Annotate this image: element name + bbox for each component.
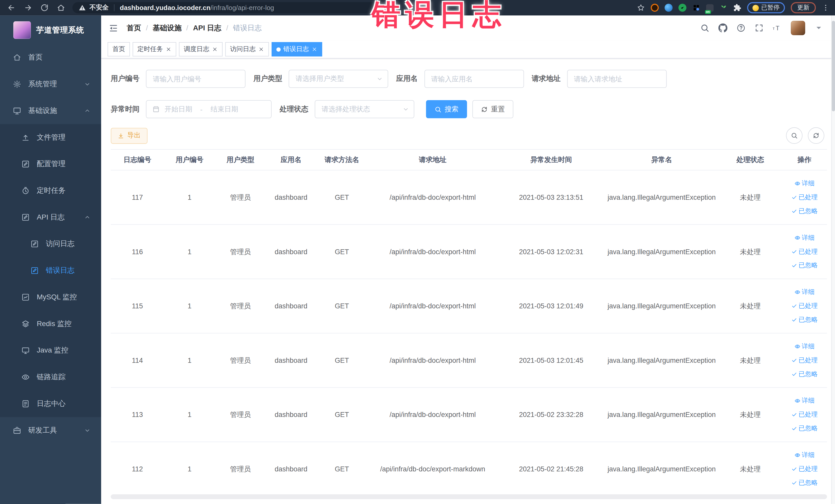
scrollbar-thumb[interactable] (832, 21, 835, 112)
ignored-link[interactable]: 已忽略 (791, 370, 818, 379)
close-icon[interactable] (312, 46, 318, 52)
export-button[interactable]: 导出 (111, 127, 148, 143)
cell-time: 2021-05-02 21:45:28 (498, 442, 605, 496)
address-divider (114, 4, 115, 11)
browser-menu-dots-icon[interactable] (822, 4, 830, 12)
detail-link[interactable]: 详细 (794, 397, 814, 405)
detail-link[interactable]: 详细 (794, 234, 814, 242)
processed-link[interactable]: 已处理 (791, 356, 818, 365)
home-icon[interactable] (57, 4, 65, 12)
sidebar-item-system-management[interactable]: 系统管理 (0, 71, 101, 98)
security-label[interactable]: 不安全 (89, 3, 109, 12)
search-icon[interactable] (700, 23, 709, 32)
chevron-up-icon (84, 214, 90, 221)
date-range-picker[interactable]: 开始日期 - 结束日期 (146, 100, 271, 118)
sidebar-item-config-management[interactable]: 配置管理 (0, 151, 101, 177)
extension-icon-blue[interactable] (664, 4, 672, 12)
request-url-input[interactable] (567, 70, 666, 88)
user-avatar[interactable] (791, 21, 805, 35)
cell-method: GET (316, 387, 367, 442)
detail-link[interactable]: 详细 (794, 287, 814, 297)
breadcrumb-item[interactable]: API 日志 (193, 23, 222, 33)
tab-schedule-log[interactable]: 调度日志 (179, 42, 223, 57)
close-icon[interactable] (166, 46, 171, 52)
sidebar-item-api-log[interactable]: API 日志 (0, 204, 101, 231)
ignored-link[interactable]: 已忽略 (791, 207, 818, 216)
user-id-input[interactable] (146, 70, 245, 88)
refresh-table-button[interactable] (808, 127, 824, 144)
processed-link[interactable]: 已处理 (791, 193, 818, 202)
detail-link[interactable]: 详细 (794, 179, 814, 188)
tab-home[interactable]: 首页 (107, 42, 130, 57)
detail-link[interactable]: 详细 (794, 450, 814, 460)
app-logo[interactable]: 芋道管理系统 (0, 15, 101, 44)
page-scrollbar[interactable] (831, 15, 835, 504)
page: 不安全 dashboard.yudao.iocoder.cn/infra/log… (0, 0, 835, 504)
extension-icon-grid[interactable] (692, 4, 700, 12)
help-icon[interactable] (736, 23, 746, 32)
sidebar-item-scheduled-tasks[interactable]: 定时任务 (0, 177, 101, 204)
ignored-link[interactable]: 已忽略 (791, 478, 818, 487)
extensions-puzzle-icon[interactable] (733, 4, 741, 12)
table-row: 1161管理员dashboardGET/api/infra/db-doc/exp… (111, 224, 827, 279)
paused-extension-pill[interactable]: 已暂停 (747, 2, 785, 13)
forward-icon[interactable] (24, 4, 32, 12)
sidebar-item-log-center[interactable]: 日志中心 (0, 390, 101, 417)
bookmark-star-icon[interactable] (636, 4, 645, 12)
process-status-select[interactable]: 请选择处理状态 (315, 100, 414, 118)
breadcrumb-item[interactable]: 基础设施 (153, 23, 182, 33)
url-text[interactable]: dashboard.yudao.iocoder.cn/infra/log/api… (120, 4, 274, 12)
ignored-link[interactable]: 已忽略 (791, 261, 818, 270)
sidebar-item-trace[interactable]: 链路追踪 (0, 364, 101, 390)
sidebar-item-mysql-monitor[interactable]: MySQL 监控 (0, 284, 101, 311)
github-icon[interactable] (718, 23, 728, 32)
ignored-link[interactable]: 已忽略 (791, 424, 818, 433)
fullscreen-icon[interactable] (755, 23, 763, 32)
sidebar-item-java-monitor[interactable]: Java 监控 (0, 337, 101, 364)
sidebar-collapse-icon[interactable] (108, 23, 118, 33)
toggle-search-button[interactable] (786, 127, 802, 144)
reload-icon[interactable] (41, 4, 48, 12)
table-tools (786, 127, 824, 144)
table-horizontal-scrollbar[interactable] (111, 494, 827, 499)
breadcrumb-separator: / (146, 24, 148, 32)
processed-link[interactable]: 已处理 (791, 247, 818, 256)
sidebar-item-infrastructure[interactable]: 基础设施 (0, 98, 101, 124)
tab-scheduled-tasks[interactable]: 定时任务 (133, 42, 176, 57)
column-header: 操作 (782, 149, 827, 170)
extension-icon-sprout[interactable] (719, 4, 727, 12)
close-icon[interactable] (212, 46, 218, 52)
detail-link[interactable]: 详细 (794, 342, 814, 351)
extension-icon-orange-ring[interactable] (650, 4, 658, 12)
sidebar-item-error-log[interactable]: 错误日志 (0, 257, 101, 284)
app-name-input[interactable] (424, 70, 524, 88)
tab-error-log[interactable]: 错误日志 (271, 42, 322, 57)
close-icon[interactable] (258, 46, 264, 52)
extension-icon-green-check[interactable] (678, 4, 686, 12)
cell-user-id: 1 (164, 442, 215, 496)
reset-button[interactable]: 重置 (472, 100, 513, 118)
search-button[interactable]: 搜索 (426, 100, 467, 118)
extension-icon-dark-on[interactable]: on (706, 4, 713, 12)
sidebar-item-access-log[interactable]: 访问日志 (0, 230, 101, 257)
back-icon[interactable] (7, 4, 15, 12)
sidebar-item-home[interactable]: 首页 (0, 44, 101, 71)
processed-link[interactable]: 已处理 (791, 301, 818, 310)
warning-icon[interactable] (79, 4, 86, 11)
chevron-down-icon (403, 106, 409, 113)
browser-update-button[interactable]: 更新 (791, 2, 816, 13)
cell-id: 116 (111, 224, 164, 279)
font-size-icon[interactable]: тT (773, 23, 781, 32)
processed-link[interactable]: 已处理 (791, 410, 818, 419)
active-tab-dot (277, 47, 281, 52)
sidebar-item-dev-tools[interactable]: 研发工具 (0, 417, 101, 444)
sidebar-item-redis-monitor[interactable]: Redis 监控 (0, 310, 101, 337)
user-menu-caret-icon[interactable] (814, 23, 823, 32)
breadcrumb-item[interactable]: 首页 (127, 23, 141, 33)
sidebar-item-file-management[interactable]: 文件管理 (0, 124, 101, 151)
tab-access-log[interactable]: 访问日志 (225, 42, 269, 57)
user-type-select[interactable]: 请选择用户类型 (288, 70, 388, 88)
processed-link[interactable]: 已处理 (791, 464, 818, 473)
ignored-link[interactable]: 已忽略 (791, 315, 818, 324)
address-bar[interactable]: 不安全 dashboard.yudao.iocoder.cn/infra/log… (73, 2, 384, 13)
